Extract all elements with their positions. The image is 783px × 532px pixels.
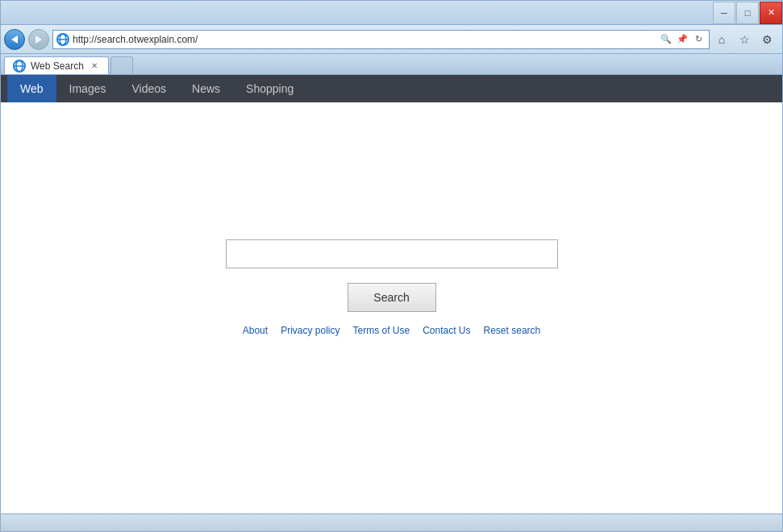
footer-links: About Privacy policy Terms of Use Contac…: [1, 325, 782, 336]
address-box[interactable]: http://search.otwexplain.com/ 🔍 📌 ↻: [52, 30, 710, 49]
search-container: Search: [226, 239, 558, 312]
footer-reset-link[interactable]: Reset search: [484, 325, 541, 336]
title-bar-controls: ─ □ ✕: [712, 1, 782, 24]
tab-label: Web Search: [31, 60, 84, 72]
settings-icon[interactable]: ⚙: [758, 31, 776, 48]
toolbar-right: ⌂ ☆ ⚙: [713, 31, 779, 48]
nav-tab-videos[interactable]: Videos: [119, 75, 179, 102]
nav-tab-web[interactable]: Web: [7, 75, 56, 102]
pin-icon[interactable]: 📌: [675, 32, 689, 47]
search-button[interactable]: Search: [348, 283, 436, 312]
address-icons: 🔍 📌 ↻: [659, 32, 706, 47]
svg-marker-0: [11, 35, 18, 44]
nav-tabs-bar: Web Images Videos News Shopping: [1, 75, 782, 102]
svg-marker-1: [35, 35, 42, 44]
browser-window: ─ □ ✕ http://search.otwexplain.c: [0, 0, 783, 532]
address-text: http://search.otwexplain.com/: [73, 34, 656, 45]
close-button[interactable]: ✕: [760, 2, 782, 24]
ie-logo-icon: [56, 33, 69, 46]
maximize-button[interactable]: □: [736, 2, 759, 24]
search-input[interactable]: [226, 239, 558, 268]
tab-close-button[interactable]: ✕: [89, 60, 100, 72]
nav-tab-news[interactable]: News: [179, 75, 233, 102]
footer-about-link[interactable]: About: [243, 325, 268, 336]
new-tab-placeholder: [110, 56, 133, 74]
back-button[interactable]: [4, 29, 25, 50]
refresh-icon[interactable]: ↻: [691, 32, 706, 47]
main-content: Search About Privacy policy Terms of Use…: [1, 102, 782, 513]
browser-tab-active[interactable]: Web Search ✕: [4, 56, 109, 74]
status-bar: [1, 513, 782, 531]
title-bar: ─ □ ✕: [1, 1, 782, 25]
home-icon[interactable]: ⌂: [713, 31, 731, 48]
footer-terms-link[interactable]: Terms of Use: [352, 325, 410, 336]
tab-bar: Web Search ✕: [1, 54, 782, 75]
footer-privacy-link[interactable]: Privacy policy: [281, 325, 339, 336]
footer-contact-link[interactable]: Contact Us: [423, 325, 470, 336]
nav-tab-shopping[interactable]: Shopping: [233, 75, 306, 102]
nav-tab-images[interactable]: Images: [56, 75, 119, 102]
search-address-icon[interactable]: 🔍: [659, 32, 673, 47]
forward-button[interactable]: [28, 29, 49, 50]
favorites-icon[interactable]: ☆: [735, 31, 753, 48]
tab-ie-icon: [13, 60, 26, 73]
address-bar-row: http://search.otwexplain.com/ 🔍 📌 ↻ ⌂ ☆ …: [1, 25, 782, 54]
minimize-button[interactable]: ─: [713, 2, 735, 24]
